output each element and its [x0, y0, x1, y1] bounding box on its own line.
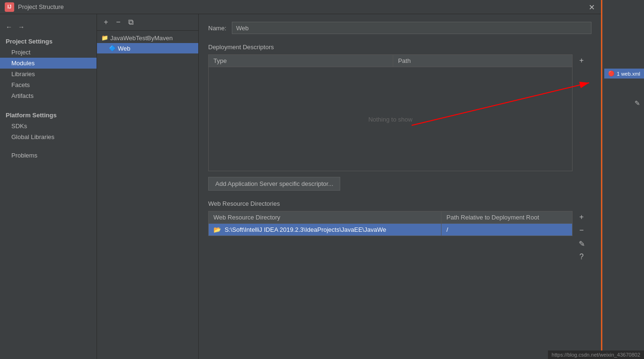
module-icon: 🔷 — [108, 44, 116, 52]
web-remove-btn[interactable]: − — [575, 224, 588, 236]
platform-settings-header: Platform Settings — [0, 109, 97, 121]
sidebar-nav: ← → — [0, 19, 97, 35]
project-settings-header: Project Settings — [0, 35, 97, 47]
sidebar-item-libraries[interactable]: Libraries — [0, 69, 97, 79]
sidebar-item-artifacts[interactable]: Artifacts — [0, 90, 97, 101]
name-label: Name: — [208, 25, 227, 32]
tree-remove-button[interactable]: − — [113, 17, 124, 27]
tree-add-button[interactable]: + — [101, 17, 111, 27]
col-path: Path — [393, 55, 573, 67]
sidebar-item-sdks[interactable]: SDKs — [0, 121, 97, 131]
col-web-resource-dir: Web Resource Directory — [209, 211, 441, 224]
url-bar: https://blog.csdn.net/weixin_43670802 — [548, 350, 644, 359]
web-resource-title: Web Resource Directories — [208, 200, 591, 207]
deployment-path-cell: / — [441, 224, 573, 236]
tree-copy-button[interactable]: ⧉ — [125, 17, 136, 27]
name-row: Name: — [208, 22, 591, 34]
title-bar: IJ Project Structure ✕ — [0, 0, 601, 14]
app-logo: IJ — [5, 2, 14, 12]
folder-icon: 📁 — [101, 34, 108, 42]
sidebar-item-problems[interactable]: Problems — [0, 150, 97, 161]
web-xml-icon: 🔴 — [608, 70, 615, 77]
tree-toolbar: + − ⧉ — [97, 14, 198, 31]
close-button[interactable]: ✕ — [587, 2, 596, 12]
web-xml-label: 1 web.xml — [617, 71, 640, 77]
nothing-to-show: Nothing to show — [368, 115, 412, 123]
deployment-add-btn[interactable]: + — [575, 54, 588, 67]
web-edit-btn[interactable]: ✎ — [575, 237, 588, 250]
web-side-buttons: + − ✎ ? — [575, 211, 588, 263]
sidebar-item-global-libraries[interactable]: Global Libraries — [0, 131, 97, 142]
deployment-side-btns: + — [575, 54, 588, 67]
sidebar-item-project[interactable]: Project — [0, 47, 97, 58]
col-deployment-root: Path Relative to Deployment Root — [441, 211, 573, 224]
deployment-descriptors-table-wrapper: Type Path Nothing to show + — [208, 54, 573, 171]
web-resource-table-wrapper: Web Resource Directory Path Relative to … — [208, 211, 573, 236]
web-help-btn[interactable]: ? — [575, 251, 588, 263]
web-xml-item[interactable]: 🔴 1 web.xml — [604, 69, 644, 79]
name-input[interactable] — [232, 22, 591, 34]
tree-item-project[interactable]: 📁 JavaWebTestByMaven — [97, 33, 198, 43]
add-descriptor-button[interactable]: Add Application Server specific descript… — [208, 177, 340, 191]
sidebar: ← → Project Settings Project Modules Lib… — [0, 14, 97, 359]
deployment-descriptors-table: Type Path Nothing to show — [208, 54, 573, 171]
tree-item-web-label: Web — [118, 45, 131, 52]
title-bar-text: Project Structure — [18, 3, 64, 10]
tree-item-web[interactable]: 🔷 Web — [97, 43, 198, 53]
forward-button[interactable]: → — [16, 22, 26, 32]
deployment-descriptors-title: Deployment Descriptors — [208, 44, 591, 51]
back-button[interactable]: ← — [4, 22, 14, 32]
right-edit-icon[interactable]: ✎ — [635, 99, 640, 107]
tree-panel: + − ⧉ 📁 JavaWebTestByMaven 🔷 Web — [97, 14, 199, 359]
content-panel: Name: Deployment Descriptors Type Path N… — [199, 14, 601, 359]
tree-content: 📁 JavaWebTestByMaven 🔷 Web — [97, 31, 198, 359]
web-add-btn[interactable]: + — [575, 211, 588, 223]
main-container: ← → Project Settings Project Modules Lib… — [0, 14, 601, 359]
sidebar-item-facets[interactable]: Facets — [0, 79, 97, 90]
right-side-panel: 🔴 1 web.xml ✎ — [601, 0, 644, 359]
tree-item-project-label: JavaWebTestByMaven — [110, 35, 173, 42]
col-type: Type — [209, 55, 393, 67]
web-resource-row[interactable]: 📂 S:\Soft\IntelliJ IDEA 2019.2.3\IdeaPro… — [209, 224, 573, 236]
web-resource-dir-cell: 📂 S:\Soft\IntelliJ IDEA 2019.2.3\IdeaPro… — [209, 224, 441, 236]
folder-small-icon: 📂 — [213, 226, 221, 233]
web-resource-table: Web Resource Directory Path Relative to … — [208, 211, 573, 236]
sidebar-item-modules[interactable]: Modules — [0, 58, 97, 69]
empty-table-cell: Nothing to show — [209, 67, 573, 171]
